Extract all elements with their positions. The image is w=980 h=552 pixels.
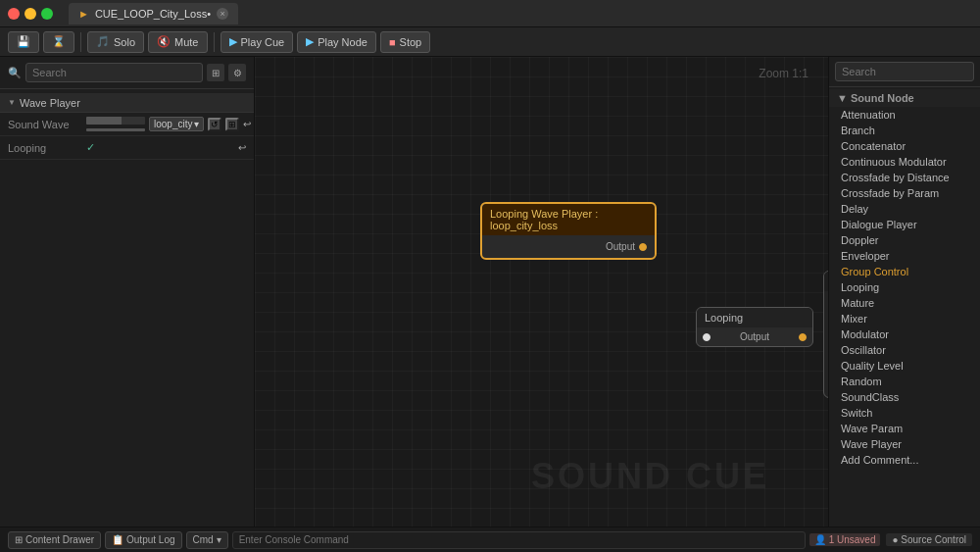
play-cue-button[interactable]: ▶ Play Cue [220, 31, 294, 53]
sound-node-item[interactable]: Wave Param [829, 421, 980, 436]
search-icon: 🔍 [8, 67, 22, 79]
solo-button[interactable]: 🎵 Solo [87, 31, 144, 53]
maximize-button[interactable] [41, 8, 53, 20]
sound-node-item[interactable]: Continuous Modulator [829, 154, 980, 170]
panel-search-bar: 🔍 ⊞ ⚙ [0, 57, 254, 89]
looping-check: ✓ [86, 141, 95, 154]
main-area: 🔍 ⊞ ⚙ ▼ Wave Player Sound Wave loop_city [0, 57, 980, 527]
looping-pins: Output [697, 327, 812, 346]
sound-node-item[interactable]: Attenuation [829, 107, 980, 123]
zoom-label: Zoom 1:1 [759, 67, 808, 80]
unsaved-label: 1 Unsaved [829, 534, 876, 545]
looping-undo-icon[interactable]: ↩ [238, 142, 246, 153]
wave-player-section: ▼ Wave Player Sound Wave loop_city ▾ ↺ ⊞ [0, 89, 254, 164]
sound-node-item[interactable]: Delay [829, 201, 980, 217]
sound-node-item[interactable]: Mature [829, 295, 980, 311]
sound-node-item[interactable]: Crossfade by Param [829, 185, 980, 201]
sound-node-item[interactable]: Switch [829, 405, 980, 421]
panel-search-input[interactable] [25, 63, 203, 82]
tab-area: ► CUE_LOOP_City_Loss• × [69, 3, 238, 25]
status-right: 👤 1 Unsaved ● Source Control [809, 533, 972, 546]
unsaved-badge: 👤 1 Unsaved [809, 533, 881, 546]
sound-node-list: ▼ Sound Node AttenuationBranchConcatenat… [829, 87, 980, 527]
section-title: Wave Player [20, 97, 80, 109]
source-control-icon: ● [892, 534, 901, 545]
wave-bar-1 [86, 117, 145, 125]
output-pin-row: Output [490, 239, 647, 254]
sound-cue-watermark: SOUND CUE [531, 456, 769, 497]
category-arrow: ▼ [837, 92, 851, 104]
content-drawer-button[interactable]: ⊞ Content Drawer [8, 531, 101, 549]
unsaved-icon: 👤 [814, 534, 829, 545]
sound-wave-dropdown[interactable]: loop_city ▾ [149, 117, 204, 131]
output-log-icon: 📋 [112, 534, 123, 545]
stop-button[interactable]: ■ Stop [380, 31, 430, 53]
sound-node-item[interactable]: Enveloper [829, 248, 980, 264]
sound-node-item[interactable]: Dialogue Player [829, 217, 980, 232]
left-panel: 🔍 ⊞ ⚙ ▼ Wave Player Sound Wave loop_city [0, 57, 255, 527]
mute-icon: 🔇 [157, 35, 171, 48]
source-control-button[interactable]: ● Source Control [886, 533, 972, 546]
sound-node-item[interactable]: Concatenator [829, 138, 980, 154]
tab-icon: ► [78, 8, 89, 20]
output-node[interactable]: Output [823, 271, 828, 398]
mute-button[interactable]: 🔇 Mute [148, 31, 207, 53]
right-panel: ▼ Sound Node AttenuationBranchConcatenat… [828, 57, 980, 527]
grid-view-button[interactable]: ⊞ [207, 64, 224, 81]
settings-button[interactable]: ⚙ [228, 64, 246, 81]
undo-icon[interactable]: ↩ [243, 119, 251, 129]
output-node-header: Output [824, 272, 828, 291]
output-pin[interactable] [639, 243, 647, 251]
right-search-input[interactable] [835, 62, 974, 81]
play-node-icon: ▶ [306, 35, 314, 48]
output-log-button[interactable]: 📋 Output Log [105, 531, 181, 549]
sound-node-item[interactable]: Wave Player [829, 436, 980, 452]
waveform-display [86, 117, 145, 131]
wave-player-node[interactable]: Looping Wave Player : loop_city_loss Out… [480, 202, 657, 260]
output-label: Output [606, 241, 635, 252]
content-drawer-icon: ⊞ [15, 534, 23, 545]
traffic-lights [8, 8, 53, 20]
toolbar-separator-2 [214, 32, 215, 52]
canvas-area[interactable]: Zoom 1:1 SOUND CUE Looping Wave Player :… [255, 57, 828, 527]
cmd-button[interactable]: Cmd ▾ [186, 531, 228, 549]
sound-node-item[interactable]: Oscillator [829, 342, 980, 358]
looping-input-pin[interactable] [703, 333, 710, 341]
category-label: Sound Node [851, 92, 914, 104]
sound-node-item[interactable]: Mixer [829, 311, 980, 326]
sound-node-item[interactable]: Random [829, 374, 980, 389]
active-tab[interactable]: ► CUE_LOOP_City_Loss• × [69, 3, 238, 25]
close-button[interactable] [8, 8, 20, 20]
looping-node[interactable]: Looping Output [696, 307, 813, 347]
copy-button[interactable]: ⊞ [225, 118, 239, 131]
play-cue-label: Play Cue [241, 36, 285, 48]
sound-node-item[interactable]: Branch [829, 123, 980, 138]
console-input[interactable] [232, 531, 806, 549]
titlebar: ► CUE_LOOP_City_Loss• × [0, 0, 980, 27]
sound-node-item[interactable]: SoundClass [829, 389, 980, 405]
wave-player-node-body: Output [482, 235, 655, 258]
history-button[interactable]: ⌛ [43, 31, 74, 53]
save-button[interactable]: 💾 [8, 31, 39, 53]
sound-node-item[interactable]: Crossfade by Distance [829, 170, 980, 185]
cmd-arrow: ▾ [217, 534, 221, 545]
play-cue-icon: ▶ [229, 35, 237, 48]
output-log-label: Output Log [126, 534, 174, 545]
sound-node-item[interactable]: Group Control [829, 264, 980, 279]
sound-node-item[interactable]: Modulator [829, 326, 980, 342]
collapse-arrow: ▼ [8, 98, 16, 107]
wave-player-title: Looping Wave Player : loop_city_loss [490, 208, 598, 231]
play-node-button[interactable]: ▶ Play Node [297, 31, 376, 53]
looping-label: Looping [8, 142, 86, 154]
section-header[interactable]: ▼ Wave Player [0, 93, 254, 113]
minimize-button[interactable] [24, 8, 36, 20]
looping-output-pin[interactable] [799, 333, 807, 341]
sound-node-item[interactable]: Looping [829, 279, 980, 295]
sound-node-item[interactable]: Quality Level [829, 358, 980, 374]
tab-close-button[interactable]: × [217, 8, 228, 20]
reset-button[interactable]: ↺ [208, 118, 221, 131]
output-node-body [824, 291, 828, 393]
sound-node-item[interactable]: Add Comment... [829, 452, 980, 468]
sound-node-item[interactable]: Doppler [829, 232, 980, 248]
toolbar: 💾 ⌛ 🎵 Solo 🔇 Mute ▶ Play Cue ▶ Play Node… [0, 27, 980, 57]
